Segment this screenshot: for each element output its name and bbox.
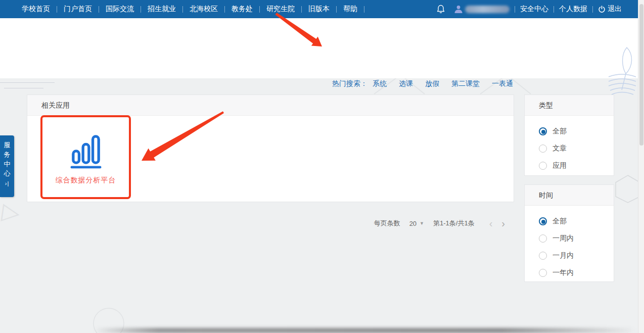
user-name-blurred <box>465 6 510 13</box>
watermark-hexagon <box>615 174 641 204</box>
related-apps-panel: 相关应用 综合数据分析平台 <box>27 94 514 202</box>
nav-school-home[interactable]: 学校首页 <box>15 5 57 14</box>
filter-type-option-all[interactable]: 全部 <box>539 123 614 140</box>
filter-time-option-month[interactable]: 一月内 <box>539 247 614 264</box>
filter-time-option-week[interactable]: 一周内 <box>539 230 614 247</box>
logout-label: 退出 <box>608 5 622 14</box>
filter-time-option-all[interactable]: 全部 <box>539 213 614 230</box>
per-page-select[interactable]: 20 ▼ <box>409 220 424 227</box>
pagination-range: 第1-1条/共1条 <box>433 219 475 228</box>
chevron-right-icon[interactable]: › <box>497 218 510 228</box>
nav-academic-affairs[interactable]: 教务处 <box>225 5 259 14</box>
logout-button[interactable]: 退出 <box>598 5 622 14</box>
nav-graduate-school[interactable]: 研究生院 <box>260 5 301 14</box>
divider <box>515 6 515 13</box>
hot-search-link[interactable]: 一表通 <box>492 79 513 88</box>
personal-data-link[interactable]: 个人数据 <box>559 5 587 14</box>
panel-title: 相关应用 <box>27 95 514 116</box>
user-avatar-icon <box>454 5 463 14</box>
filter-time-title: 时间 <box>525 185 614 206</box>
power-icon <box>598 6 606 13</box>
filter-type-title: 类型 <box>525 95 614 116</box>
pagination: 每页条数 20 ▼ 第1-1条/共1条 ‹ › <box>329 218 510 229</box>
divider <box>554 6 554 13</box>
decorative-line <box>0 82 55 83</box>
hot-search-link[interactable]: 系统 <box>373 79 387 88</box>
topbar-user-area: 安全中心 个人数据 退出 <box>437 0 622 18</box>
hot-search-row: 热门搜索： 系统 选课 放假 第二课堂 一表通 <box>332 79 525 88</box>
radio-icon <box>539 145 547 153</box>
hot-search-link[interactable]: 第二课堂 <box>451 79 480 88</box>
filter-type-option-apps[interactable]: 应用 <box>539 157 614 174</box>
nav-portal-home[interactable]: 门户首页 <box>57 5 99 14</box>
chevron-left-icon[interactable]: ‹ <box>485 218 497 228</box>
app-name: 综合数据分析平台 <box>56 176 116 185</box>
per-page-label: 每页条数 <box>374 219 400 228</box>
filter-panel-type: 类型 全部 文章 应用 <box>524 94 614 176</box>
nav-beihai-campus[interactable]: 北海校区 <box>183 5 224 14</box>
divider <box>364 6 364 13</box>
divider <box>592 6 593 13</box>
radio-checked-icon <box>539 127 547 135</box>
radio-icon <box>539 252 547 260</box>
security-center-link[interactable]: 安全中心 <box>520 5 548 14</box>
nav-international[interactable]: 国际交流 <box>99 5 141 14</box>
topbar-nav: 学校首页 门户首页 国际交流 招生就业 北海校区 教务处 研究生院 旧版本 帮助 <box>15 5 364 14</box>
radio-icon <box>539 162 547 170</box>
filter-type-option-articles[interactable]: 文章 <box>539 140 614 157</box>
scrollbar-thumb[interactable] <box>639 4 643 146</box>
decorative-feather-art <box>607 45 638 96</box>
filter-time-option-year[interactable]: 一年内 <box>539 264 614 281</box>
caret-down-icon: ▼ <box>420 221 424 226</box>
hot-search-link[interactable]: 放假 <box>425 79 439 88</box>
user-profile[interactable] <box>454 5 510 14</box>
watermark-triangle: ▷ <box>0 197 22 226</box>
nav-admissions[interactable]: 招生就业 <box>141 5 182 14</box>
scrollbar-track[interactable] <box>638 0 644 333</box>
radio-checked-icon <box>539 217 547 225</box>
hot-search-label: 热门搜索： <box>332 79 367 88</box>
radio-icon <box>539 269 547 277</box>
filter-panel-time: 时间 全部 一周内 一月内 一年内 <box>524 184 614 282</box>
decorative-line <box>4 88 43 88</box>
site-header <box>0 18 638 78</box>
service-center-side-tab[interactable]: 服 务 中 心 ›| <box>0 135 14 197</box>
app-card-comprehensive-data-analysis[interactable]: 综合数据分析平台 <box>41 116 130 199</box>
expand-icon: ›| <box>0 180 14 186</box>
hot-search-link[interactable]: 选课 <box>399 79 413 88</box>
bell-icon[interactable] <box>437 5 445 14</box>
nav-old-version[interactable]: 旧版本 <box>302 5 336 14</box>
footer-edge-shadow <box>94 328 637 333</box>
topbar: 学校首页 门户首页 国际交流 招生就业 北海校区 教务处 研究生院 旧版本 帮助… <box>0 0 644 18</box>
radio-icon <box>539 234 547 243</box>
nav-help[interactable]: 帮助 <box>337 5 364 14</box>
bar-chart-icon <box>70 130 102 170</box>
